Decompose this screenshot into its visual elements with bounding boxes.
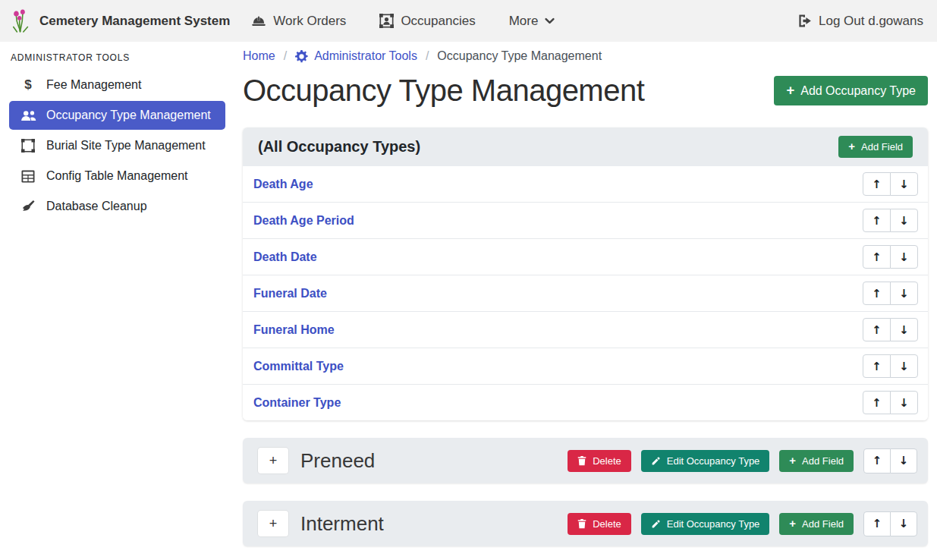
nav-occupancies-label: Occupancies	[401, 14, 475, 29]
plus-icon: +	[786, 83, 794, 97]
nav-work-orders[interactable]: Work Orders	[251, 14, 346, 29]
nav-more[interactable]: More	[509, 14, 555, 29]
expand-button[interactable]: +	[258, 511, 288, 536]
field-row: Death Date ↑ ↓	[243, 238, 928, 275]
sidebar-item-config-table-management[interactable]: Config Table Management	[9, 162, 225, 190]
field-row: Funeral Home ↑ ↓	[243, 311, 928, 348]
move-down-button[interactable]: ↓	[890, 354, 918, 378]
arrow-down-icon: ↓	[899, 214, 909, 228]
field-link-death-age-period[interactable]: Death Age Period	[253, 214, 354, 228]
sidebar-item-label: Config Table Management	[46, 169, 188, 183]
sidebar-item-label: Fee Management	[46, 78, 141, 92]
arrow-down-icon: ↓	[899, 396, 909, 410]
add-occupancy-type-button[interactable]: + Add Occupancy Type	[774, 76, 928, 105]
section-actions: Delete Edit Occupancy Type + A	[568, 448, 917, 473]
nav-work-orders-label: Work Orders	[273, 14, 346, 29]
move-up-button[interactable]: ↑	[863, 245, 891, 269]
card-header: (All Occupancy Types) + Add Field	[243, 127, 928, 166]
delete-button[interactable]: Delete	[568, 513, 631, 535]
occupancy-type-section-interment: + Interment Delete	[243, 501, 928, 546]
add-field-button[interactable]: + Add Field	[838, 136, 913, 158]
users-icon	[19, 110, 37, 121]
arrow-down-icon: ↓	[899, 360, 909, 373]
edit-occupancy-type-button[interactable]: Edit Occupancy Type	[641, 513, 770, 535]
move-up-button[interactable]: ↑	[863, 318, 891, 341]
arrow-up-icon: ↑	[873, 517, 882, 530]
reorder-group: ↑ ↓	[863, 511, 917, 536]
trash-icon	[577, 518, 586, 529]
chevron-down-icon	[545, 17, 555, 24]
move-up-button[interactable]: ↑	[863, 391, 891, 414]
field-link-funeral-date[interactable]: Funeral Date	[253, 287, 327, 300]
move-down-button[interactable]: ↓	[890, 448, 917, 473]
arrow-down-icon: ↓	[899, 250, 909, 264]
logout-label: Log Out d.gowans	[819, 14, 923, 29]
add-field-label: Add Field	[802, 518, 844, 530]
dollar-icon: $	[19, 77, 37, 93]
reorder-group: ↑ ↓	[863, 318, 918, 341]
page-title: Occupancy Type Management	[243, 74, 644, 108]
expand-button[interactable]: +	[258, 448, 288, 473]
arrow-up-icon: ↑	[872, 287, 882, 300]
move-up-button[interactable]: ↑	[863, 209, 891, 232]
edit-occupancy-type-button[interactable]: Edit Occupancy Type	[641, 450, 770, 472]
section-title: Preneed	[300, 449, 375, 473]
sidebar-item-label: Burial Site Type Management	[46, 139, 206, 153]
pencil-icon	[651, 519, 661, 529]
breadcrumb-admin-tools-label: Administrator Tools	[314, 49, 417, 63]
breadcrumb-separator: /	[284, 49, 287, 63]
delete-button[interactable]: Delete	[568, 450, 631, 472]
hard-hat-icon	[251, 14, 266, 27]
delete-label: Delete	[593, 455, 621, 467]
field-link-committal-type[interactable]: Committal Type	[253, 360, 344, 373]
field-row: Funeral Date ↑ ↓	[243, 275, 928, 311]
add-field-button[interactable]: + Add Field	[779, 513, 854, 535]
plus-icon: +	[848, 141, 855, 153]
layout: ADMINISTRATOR TOOLS $ Fee Management	[0, 42, 937, 560]
move-down-button[interactable]: ↓	[890, 391, 918, 414]
sign-out-icon	[797, 14, 812, 28]
sidebar-item-occupancy-type-management[interactable]: Occupancy Type Management	[9, 101, 225, 130]
move-down-button[interactable]: ↓	[890, 172, 918, 196]
edit-occupancy-type-label: Edit Occupancy Type	[667, 455, 760, 467]
arrow-up-icon: ↑	[872, 396, 882, 410]
arrow-down-icon: ↓	[899, 517, 909, 530]
logout-button[interactable]: Log Out d.gowans	[797, 14, 923, 29]
brand[interactable]: Cemetery Management System	[11, 8, 230, 34]
add-field-button[interactable]: + Add Field	[779, 450, 854, 472]
app-root: Cemetery Management System Work Orders	[0, 0, 937, 560]
field-row: Committal Type ↑ ↓	[243, 348, 928, 384]
move-down-button[interactable]: ↓	[890, 245, 918, 269]
field-link-container-type[interactable]: Container Type	[253, 396, 341, 410]
reorder-group: ↑ ↓	[863, 172, 918, 196]
brand-title: Cemetery Management System	[39, 14, 230, 29]
title-row: Occupancy Type Management + Add Occupanc…	[243, 74, 928, 108]
reorder-group: ↑ ↓	[863, 282, 918, 305]
move-up-button[interactable]: ↑	[863, 282, 891, 305]
move-down-button[interactable]: ↓	[890, 511, 917, 536]
sidebar-list: $ Fee Management Occupancy Type Manageme…	[0, 71, 235, 221]
sidebar-item-database-cleanup[interactable]: Database Cleanup	[9, 192, 225, 221]
breadcrumb-separator: /	[426, 49, 429, 63]
edit-occupancy-type-label: Edit Occupancy Type	[667, 518, 760, 530]
card-title: (All Occupancy Types)	[258, 138, 420, 156]
field-link-death-age[interactable]: Death Age	[253, 178, 313, 191]
sidebar-item-burial-site-type-management[interactable]: Burial Site Type Management	[9, 131, 225, 160]
arrow-down-icon: ↓	[899, 178, 909, 191]
field-link-funeral-home[interactable]: Funeral Home	[253, 323, 335, 337]
sidebar-item-fee-management[interactable]: $ Fee Management	[9, 71, 225, 99]
move-up-button[interactable]: ↑	[863, 511, 891, 536]
breadcrumb-current: Occupancy Type Management	[437, 49, 602, 63]
move-up-button[interactable]: ↑	[863, 448, 891, 473]
move-down-button[interactable]: ↓	[890, 282, 918, 305]
nav-occupancies[interactable]: Occupancies	[379, 14, 475, 29]
sidebar-header: ADMINISTRATOR TOOLS	[0, 45, 235, 66]
move-up-button[interactable]: ↑	[863, 172, 891, 196]
breadcrumb-home-link[interactable]: Home	[243, 49, 275, 63]
breadcrumb-admin-tools-link[interactable]: Administrator Tools	[295, 49, 417, 63]
move-up-button[interactable]: ↑	[863, 354, 891, 378]
move-down-button[interactable]: ↓	[890, 209, 918, 232]
field-row: Death Age ↑ ↓	[243, 166, 928, 202]
field-link-death-date[interactable]: Death Date	[253, 250, 317, 264]
move-down-button[interactable]: ↓	[890, 318, 918, 341]
